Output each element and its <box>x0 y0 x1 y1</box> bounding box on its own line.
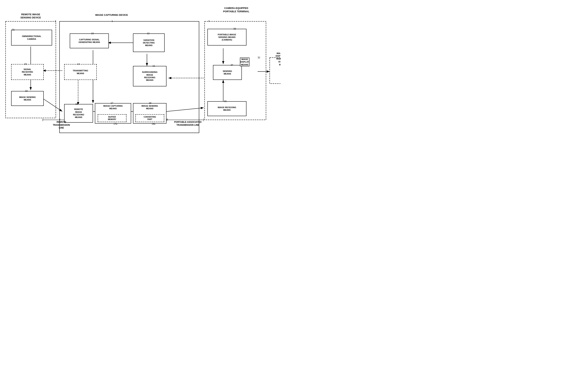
buffer-memory-box: BUFFERMEMORY <box>98 114 127 122</box>
ref-31: 31 <box>224 100 227 103</box>
camera-equipped-title: CAMERA-EQUIPPEDPORTABLE TERMINAL <box>203 7 270 13</box>
image-receiving-means-box: IMAGE RECEIVINGMEANS <box>207 101 247 116</box>
ref-17: 17 <box>111 102 113 104</box>
ref-3: 3 <box>208 20 210 22</box>
transmitting-means-box: TRANSMITTINGMEANS <box>64 64 97 80</box>
ref-32: 32 <box>258 56 260 59</box>
ref-14: 14 <box>77 63 80 65</box>
image-display-means-side-label: IMAGEDISPLAYMEANS32 <box>271 58 280 69</box>
ref-17a: 17a <box>113 123 117 125</box>
ref-34: 34 <box>231 64 233 66</box>
ref-22: 22 <box>25 90 28 92</box>
ref-18: 18 <box>149 102 151 104</box>
capturing-signal-generating-means-box: CAPTURING SIGNALGENERATING MEANS <box>70 33 109 48</box>
ref-33: 33 <box>233 28 236 30</box>
ref-16: 16 <box>75 103 78 105</box>
surrounding-image-receiving-means-box: SURROUNDINGIMAGERECEIVINGMEANS <box>133 66 166 86</box>
image-display-means-box: IMAGEDISPLAYMEANS <box>240 58 249 66</box>
remote-transmission-line-label: REMOTETRANSMISSIONLINE <box>41 121 82 130</box>
converting-part-box: CONVERTINGPART <box>135 114 164 122</box>
ref-2: 2 <box>55 20 56 22</box>
ref-18a: 18a <box>151 123 155 125</box>
image-capturing-device-title: IMAGE CAPTURING DEVICE <box>84 14 140 17</box>
svg-line-14 <box>166 108 204 112</box>
ref-4: 4 <box>59 118 60 121</box>
ref-12: 12 <box>147 32 149 35</box>
variation-detecting-means-box: VARIATIONDETECTINGMEANS <box>133 33 165 52</box>
ref-5: 5 <box>167 118 168 121</box>
portable-transmission-line-label: PORTABLE-ASSOCIATEDTRANSMISSION LINE <box>162 121 214 126</box>
remote-image-sensing-device-title: REMOTE IMAGESENSING DEVICE <box>7 13 55 19</box>
svg-line-7 <box>43 98 62 112</box>
omnidirectional-camera-box: OMNIDIRECTIONALCAMERA <box>11 30 52 45</box>
image-sending-means-18-label: IMAGE SENDINGMEANS <box>141 105 158 110</box>
portable-image-sensing-means-box: PORTABLE IMAGESENSING MEANS(CAMERA) <box>207 29 247 45</box>
ref-23: 23 <box>24 63 27 65</box>
signal-receiving-means-box: SIGNALRECEIVINGMEANS <box>11 64 44 80</box>
image-sending-means-box: IMAGE SENDINGMEANS <box>11 91 44 106</box>
ref-1: 1 <box>112 20 113 22</box>
ref-11: 11 <box>152 65 155 67</box>
ref-21: 21 <box>12 28 14 31</box>
image-capturing-means-label: IMAGE CAPTURINGMEANS <box>103 105 123 110</box>
sending-means-box: SENDINGMEANS <box>213 65 242 80</box>
ref-13: 13 <box>91 32 94 35</box>
remote-image-receiving-means-box: REMOTEIMAGERECEIVINGMEANS <box>64 104 93 123</box>
